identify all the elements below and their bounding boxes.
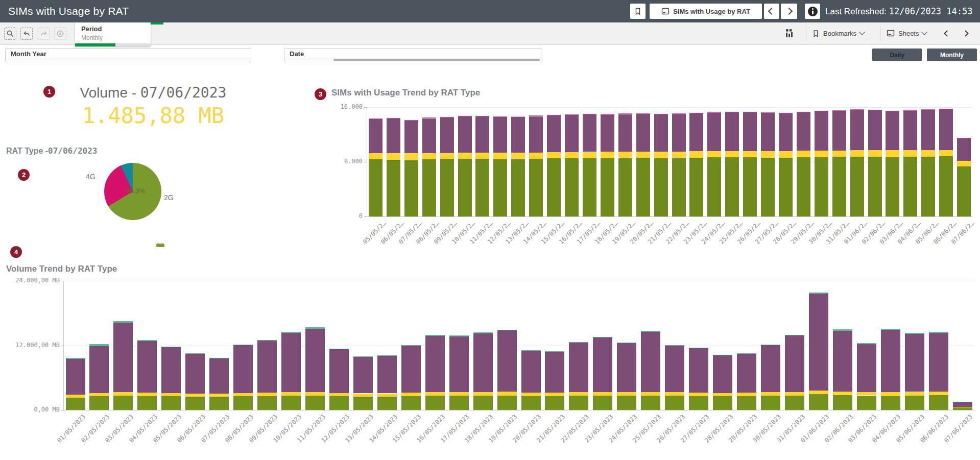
bar-segment-3G[interactable]: [497, 392, 517, 395]
bar-segment-4G[interactable]: [689, 348, 708, 393]
bar-segment-4G[interactable]: [305, 329, 325, 392]
bar-segment-3G[interactable]: [641, 392, 660, 396]
bar-segment-4G[interactable]: [857, 344, 876, 392]
bar-segment-4G[interactable]: [593, 337, 612, 392]
bar-segment-3G[interactable]: [209, 394, 229, 397]
bar-segment-2G[interactable]: [329, 396, 349, 410]
bar-segment-2G[interactable]: [449, 396, 469, 410]
bar-segment-3G[interactable]: [809, 391, 828, 395]
bar-segment-4G[interactable]: [209, 358, 229, 394]
bar-segment-2G[interactable]: [233, 396, 253, 410]
bar-segment-4G[interactable]: [161, 347, 181, 393]
bar-segment-2G[interactable]: [881, 396, 900, 410]
bar-segment-Other[interactable]: [233, 345, 253, 345]
bar-segment-2G[interactable]: [161, 396, 181, 410]
bar-segment-3G[interactable]: [617, 392, 636, 396]
bar-segment-Other[interactable]: [281, 332, 301, 333]
bar-segment-3G[interactable]: [593, 392, 612, 396]
bar-segment-3G[interactable]: [785, 392, 804, 396]
bar-segment-2G[interactable]: [209, 397, 229, 410]
bar-segment-4G[interactable]: [377, 356, 397, 394]
bar-segment-2G[interactable]: [377, 397, 397, 410]
bar-segment-Other[interactable]: [569, 342, 588, 343]
bar-segment-3G[interactable]: [185, 394, 205, 397]
bar-segment-3G[interactable]: [161, 393, 181, 396]
bar-segment-3G[interactable]: [449, 392, 469, 396]
bar-segment-4G[interactable]: [641, 332, 660, 392]
bar-segment-3G[interactable]: [329, 393, 349, 396]
bar-segment-3G[interactable]: [257, 393, 277, 396]
bar-segment-Other[interactable]: [137, 340, 157, 341]
bar-segment-Other[interactable]: [665, 345, 684, 346]
bar-segment-4G[interactable]: [737, 354, 756, 393]
bar-segment-3G[interactable]: [233, 393, 253, 396]
bar-segment-Other[interactable]: [689, 348, 708, 348]
bar-segment-2G[interactable]: [281, 396, 301, 410]
bar-segment-Other[interactable]: [449, 335, 469, 336]
bar-segment-3G[interactable]: [89, 393, 109, 396]
bar-segment-Other[interactable]: [617, 343, 636, 343]
bar-segment-3G[interactable]: [353, 394, 373, 397]
bar-segment-4G[interactable]: [185, 354, 205, 394]
bar-segment-3G[interactable]: [473, 392, 493, 396]
bar-segment-2G[interactable]: [713, 396, 732, 410]
bar-segment-2G[interactable]: [809, 394, 828, 410]
bar-segment-4G[interactable]: [809, 294, 828, 391]
bar-segment-Other[interactable]: [353, 356, 373, 357]
bar-segment-2G[interactable]: [953, 407, 972, 410]
bar-segment-Other[interactable]: [905, 333, 924, 334]
bar-segment-2G[interactable]: [593, 396, 612, 410]
bar-segment-4G[interactable]: [497, 330, 517, 392]
bar-segment-Other[interactable]: [761, 345, 780, 345]
bar-segment-4G[interactable]: [329, 349, 349, 393]
bar-segment-3G[interactable]: [833, 392, 852, 395]
bar-segment-3G[interactable]: [545, 393, 564, 396]
bar-segment-Other[interactable]: [497, 330, 517, 331]
bar-segment-2G[interactable]: [569, 396, 588, 410]
bar-segment-4G[interactable]: [785, 335, 804, 392]
bar-segment-3G[interactable]: [857, 392, 876, 396]
bar-segment-Other[interactable]: [713, 355, 732, 355]
bar-segment-3G[interactable]: [521, 393, 541, 396]
bar-segment-3G[interactable]: [377, 394, 397, 397]
bar-segment-Other[interactable]: [66, 358, 85, 359]
bar-segment-4G[interactable]: [425, 336, 445, 393]
bar-segment-Other[interactable]: [641, 331, 660, 332]
bar-segment-Other[interactable]: [89, 344, 109, 346]
period-filter-chip[interactable]: Period Monthly: [75, 22, 151, 46]
bar-segment-3G[interactable]: [281, 392, 301, 396]
bar-segment-Other[interactable]: [401, 345, 421, 346]
bar-segment-2G[interactable]: [785, 396, 804, 410]
bar-segment-4G[interactable]: [89, 346, 109, 393]
bar-segment-2G[interactable]: [857, 396, 876, 410]
bar-segment-Other[interactable]: [785, 335, 804, 335]
bar-segment-4G[interactable]: [905, 334, 924, 392]
bar-segment-4G[interactable]: [617, 343, 636, 392]
bar-segment-2G[interactable]: [497, 396, 517, 410]
bar-segment-4G[interactable]: [233, 345, 253, 393]
bar-segment-Other[interactable]: [881, 329, 900, 330]
bar-segment-4G[interactable]: [521, 351, 541, 393]
bar-segment-Other[interactable]: [329, 349, 349, 349]
bar-segment-Other[interactable]: [593, 337, 612, 337]
bar-segment-4G[interactable]: [929, 333, 948, 392]
bar-segment-4G[interactable]: [449, 336, 469, 393]
bar-segment-2G[interactable]: [401, 396, 421, 410]
bar-segment-2G[interactable]: [113, 396, 133, 410]
bar-segment-2G[interactable]: [689, 396, 708, 410]
bar-segment-3G[interactable]: [761, 392, 780, 396]
bar-segment-Other[interactable]: [377, 355, 397, 356]
bar-segment-4G[interactable]: [713, 355, 732, 393]
bar-segment-2G[interactable]: [353, 397, 373, 410]
bar-segment-2G[interactable]: [137, 396, 157, 410]
bar-segment-Other[interactable]: [161, 347, 181, 347]
bar-segment-2G[interactable]: [425, 396, 445, 410]
bar-segment-2G[interactable]: [929, 395, 948, 410]
bar-segment-2G[interactable]: [257, 396, 277, 410]
bar-segment-4G[interactable]: [665, 346, 684, 393]
bar-segment-2G[interactable]: [905, 396, 924, 410]
bar-segment-Other[interactable]: [545, 351, 564, 352]
bar-segment-4G[interactable]: [545, 352, 564, 393]
bar-segment-4G[interactable]: [473, 333, 493, 392]
bar-segment-2G[interactable]: [665, 396, 684, 410]
